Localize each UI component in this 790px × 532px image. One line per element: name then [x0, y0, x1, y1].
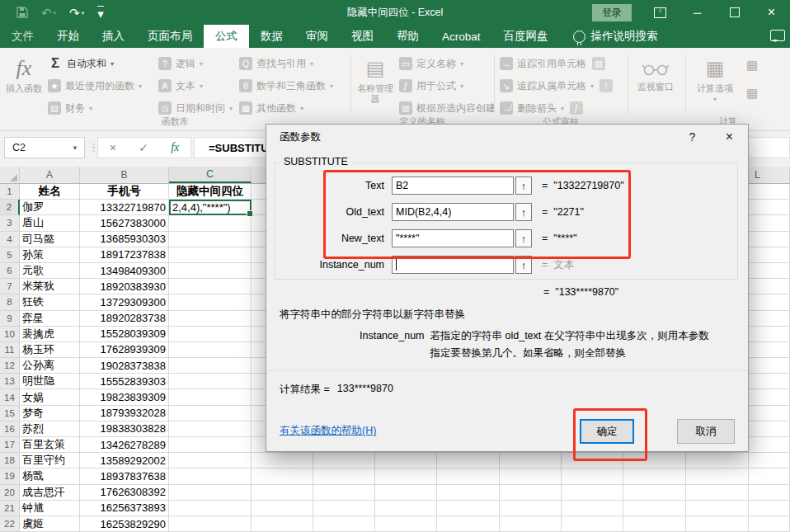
column-header-B[interactable]: B [80, 167, 169, 183]
cell-L6[interactable] [749, 263, 790, 279]
ribbon-display-options-button[interactable]: ↑ [642, 0, 679, 25]
tab-formulas[interactable]: 公式 [204, 25, 249, 48]
cell-I19[interactable] [562, 468, 623, 484]
cell-C15[interactable] [169, 406, 252, 421]
cell-L22[interactable] [749, 516, 790, 532]
sign-in-button[interactable]: 登录 [592, 4, 632, 21]
cell-L14[interactable] [749, 389, 790, 405]
cell-C4[interactable] [169, 232, 252, 247]
cell-L15[interactable] [749, 406, 790, 421]
cell-D18[interactable] [252, 453, 313, 468]
cell-A7[interactable]: 米莱狄 [20, 279, 80, 294]
cell-C9[interactable] [169, 311, 252, 327]
cell-J21[interactable] [623, 501, 686, 516]
cell-J22[interactable] [623, 516, 686, 532]
tab-help[interactable]: 帮助 [385, 25, 430, 48]
cell-B15[interactable]: 18793932028 [80, 406, 169, 421]
cell-A3[interactable]: 盾山 [20, 215, 80, 231]
row-header-18[interactable]: 18 [0, 453, 20, 468]
cell-L21[interactable] [749, 501, 790, 516]
cell-D22[interactable] [252, 516, 313, 532]
cell-B18[interactable]: 13589292002 [80, 453, 169, 468]
cell-H18[interactable] [500, 453, 562, 468]
cell-I20[interactable] [562, 485, 623, 501]
cell-A16[interactable]: 苏烈 [20, 421, 80, 437]
tab-review[interactable]: 审阅 [294, 25, 340, 48]
cell-A22[interactable]: 虞姬 [20, 516, 80, 532]
redo-icon[interactable]: ↷▾ [69, 7, 84, 19]
cell-L18[interactable] [749, 453, 790, 468]
row-header-8[interactable]: 8 [0, 294, 20, 310]
cell-A14[interactable]: 女娲 [20, 389, 80, 405]
collapse-dialog-button[interactable]: ↑ [515, 177, 532, 195]
cell-B14[interactable]: 19823839309 [80, 389, 169, 405]
cell-H20[interactable] [500, 485, 562, 501]
cell-E20[interactable] [313, 485, 375, 501]
cell-C10[interactable] [169, 327, 252, 342]
cell-A17[interactable]: 百里玄策 [20, 437, 80, 453]
column-header-C[interactable]: C [169, 167, 252, 183]
cell-L13[interactable] [749, 374, 790, 389]
tell-me-search[interactable]: 操作说明搜索 [560, 25, 658, 48]
cell-L17[interactable] [749, 437, 790, 453]
start-calculation-button[interactable]: ▦ [742, 56, 762, 74]
row-header-21[interactable]: 21 [0, 501, 20, 516]
cell-B5[interactable]: 18917237838 [80, 247, 169, 263]
cell-F19[interactable] [375, 468, 437, 484]
cell-C12[interactable] [169, 358, 252, 374]
cell-L16[interactable] [749, 421, 790, 437]
argument-input[interactable]: MID(B2,4,4) [392, 203, 514, 221]
collapse-dialog-button[interactable]: ↑ [515, 229, 532, 247]
cell-G22[interactable] [437, 516, 500, 532]
cell-F20[interactable] [375, 485, 437, 501]
cell-L10[interactable] [749, 327, 790, 342]
row-header-19[interactable]: 19 [0, 468, 20, 484]
cell-B19[interactable]: 18937837638 [80, 468, 169, 484]
more-functions-button[interactable]: ▦ 其他函数 ▾ [239, 99, 333, 117]
cell-B7[interactable]: 18920383930 [80, 279, 169, 294]
name-box[interactable]: C2 ▼ [4, 137, 85, 158]
function-help-link[interactable]: 有关该函数的帮助(H) [280, 424, 376, 438]
cell-B9[interactable]: 18920283738 [80, 311, 169, 327]
define-name-button[interactable]: ▭ 定义名称 ▾ [399, 54, 496, 73]
cell-A1[interactable]: 姓名 [20, 184, 80, 200]
cell-I18[interactable] [562, 453, 623, 468]
cell-F22[interactable] [375, 516, 437, 532]
save-icon[interactable] [16, 7, 28, 18]
logical-button[interactable]: ? 逻辑 ▾ [158, 54, 233, 73]
cell-A18[interactable]: 百里守约 [20, 453, 80, 468]
cell-C16[interactable] [169, 421, 252, 437]
math-trig-button[interactable]: θ 数学和三角函数 ▾ [239, 77, 333, 95]
dialog-close-icon[interactable]: × [711, 125, 748, 149]
collapse-dialog-button[interactable]: ↑ [515, 256, 532, 274]
cell-B8[interactable]: 13729309300 [80, 294, 169, 310]
argument-input[interactable]: "****" [392, 229, 514, 247]
cell-B4[interactable]: 13685930303 [80, 232, 169, 247]
cell-G18[interactable] [437, 453, 500, 468]
tab-file[interactable]: 文件 [0, 25, 45, 48]
cell-K22[interactable] [686, 516, 749, 532]
cell-A9[interactable]: 弈星 [20, 311, 80, 327]
row-header-13[interactable]: 13 [0, 374, 20, 389]
tab-home[interactable]: 开始 [45, 25, 91, 48]
cell-B1[interactable]: 手机号 [80, 184, 169, 200]
cell-C21[interactable] [169, 501, 252, 516]
cell-B12[interactable]: 19028373838 [80, 358, 169, 374]
cell-A21[interactable]: 钟馗 [20, 501, 80, 516]
cell-L12[interactable] [749, 358, 790, 374]
row-header-12[interactable]: 12 [0, 358, 20, 374]
cell-E22[interactable] [313, 516, 375, 532]
cell-B2[interactable]: 13322719870 [80, 200, 169, 215]
minimize-button[interactable]: ─ [679, 0, 716, 25]
cell-A19[interactable]: 杨戬 [20, 468, 80, 484]
feedback-icon[interactable] [770, 30, 785, 41]
cell-C1[interactable]: 隐藏中间四位 [169, 184, 252, 200]
cell-E18[interactable] [313, 453, 375, 468]
row-header-4[interactable]: 4 [0, 232, 20, 247]
cell-I21[interactable] [562, 501, 623, 516]
cell-C17[interactable] [169, 437, 252, 453]
row-header-20[interactable]: 20 [0, 485, 20, 501]
recent-functions-button[interactable]: ★ 最近使用的函数 ▾ [48, 77, 142, 95]
cell-L7[interactable] [749, 279, 790, 294]
cell-L2[interactable] [749, 200, 790, 215]
